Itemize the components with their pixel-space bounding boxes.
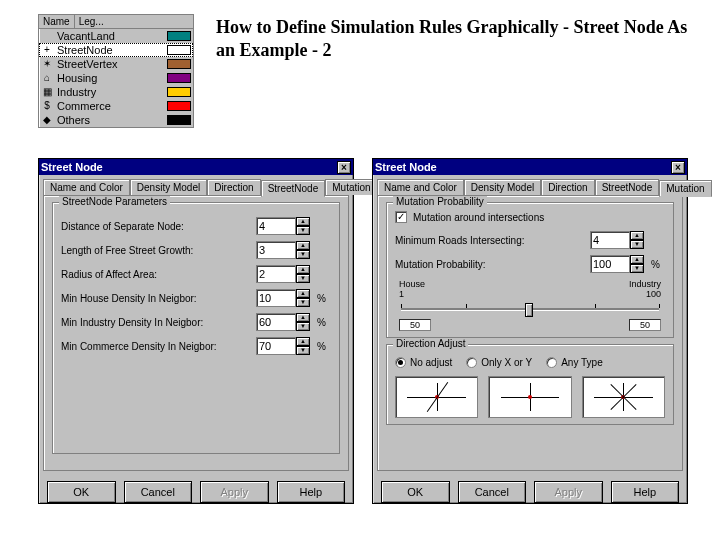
radio-icon[interactable] [395, 357, 406, 368]
mutation-prob-input[interactable] [590, 255, 630, 273]
close-icon[interactable]: × [337, 161, 351, 174]
close-icon[interactable]: × [671, 161, 685, 174]
window-title: Street Node [375, 161, 671, 173]
radio-icon[interactable] [466, 357, 477, 368]
legend-row[interactable]: ▦Industry [39, 85, 193, 99]
ok-button[interactable]: OK [47, 481, 116, 503]
tab-densitymodel[interactable]: Density Model [130, 179, 207, 195]
slider-val-left: 50 [399, 319, 431, 331]
param-input[interactable] [256, 313, 296, 331]
tab-streetnode[interactable]: StreetNode [595, 179, 660, 195]
tab-mutation[interactable]: Mutation [659, 180, 711, 197]
tab-streetnode[interactable]: StreetNode [261, 180, 326, 197]
mutation-intersections-checkbox[interactable]: ✓ [395, 211, 407, 223]
param-label: Distance of Separate Node: [61, 221, 256, 232]
slider-track[interactable] [401, 301, 659, 317]
param-stepper[interactable]: ▲▼ [256, 265, 314, 283]
spin-down-icon[interactable]: ▼ [296, 346, 310, 355]
legend-row[interactable]: ⌂Housing [39, 71, 193, 85]
legend-swatch [167, 87, 191, 97]
param-stepper[interactable]: ▲▼ [256, 241, 314, 259]
legend-row[interactable]: VacantLand [39, 29, 193, 43]
tab-densitymodel[interactable]: Density Model [464, 179, 541, 195]
streetnode-params-group: StreetNode Parameters Distance of Separa… [52, 202, 340, 454]
param-input[interactable] [256, 217, 296, 235]
tab-nameandcolor[interactable]: Name and Color [43, 179, 130, 195]
slider-thumb[interactable] [525, 303, 533, 317]
legend-swatch [167, 101, 191, 111]
tab-direction[interactable]: Direction [541, 179, 594, 195]
legend-swatch [167, 59, 191, 69]
radio-label: No adjust [410, 357, 452, 368]
spin-down-icon[interactable]: ▼ [630, 264, 644, 273]
slider-scale-min: 1 [399, 289, 404, 299]
legend-row[interactable]: $Commerce [39, 99, 193, 113]
mutation-prob-label: Mutation Probability: [395, 259, 590, 270]
param-stepper[interactable]: ▲▼ [256, 313, 314, 331]
param-stepper[interactable]: ▲▼ [256, 337, 314, 355]
param-input[interactable] [256, 289, 296, 307]
cancel-button[interactable]: Cancel [124, 481, 193, 503]
legend-row-icon [41, 30, 53, 42]
legend-row[interactable]: ◆Others [39, 113, 193, 127]
tab-mutation[interactable]: Mutation [325, 179, 377, 195]
tab-nameandcolor[interactable]: Name and Color [377, 179, 464, 195]
param-input[interactable] [256, 265, 296, 283]
param-input[interactable] [256, 241, 296, 259]
radio-label: Only X or Y [481, 357, 532, 368]
spin-down-icon[interactable]: ▼ [630, 240, 644, 249]
ok-button[interactable]: OK [381, 481, 450, 503]
tab-strip: Name and ColorDensity ModelDirectionStre… [39, 175, 353, 195]
min-roads-stepper[interactable]: ▲▼ [590, 231, 648, 249]
radio-icon[interactable] [546, 357, 557, 368]
param-label: Radius of Affect Area: [61, 269, 256, 280]
min-roads-input[interactable] [590, 231, 630, 249]
param-label: Min Industry Density In Neigbor: [61, 317, 256, 328]
apply-button[interactable]: Apply [534, 481, 603, 503]
cancel-button[interactable]: Cancel [458, 481, 527, 503]
mutation-prob-stepper[interactable]: ▲▼ [590, 255, 648, 273]
param-stepper[interactable]: ▲▼ [256, 217, 314, 235]
legend-row-icon: + [41, 44, 53, 56]
radio-anytype[interactable]: Any Type [546, 357, 603, 368]
legend-row-label: Housing [57, 72, 97, 84]
radio-onlyxory[interactable]: Only X or Y [466, 357, 532, 368]
slider-val-right: 50 [629, 319, 661, 331]
tab-panel-mutation: Mutation Probability ✓ Mutation around i… [377, 195, 683, 471]
spin-up-icon[interactable]: ▲ [630, 255, 644, 264]
spin-up-icon[interactable]: ▲ [630, 231, 644, 240]
param-stepper[interactable]: ▲▼ [256, 289, 314, 307]
legend-row[interactable]: +StreetNode [39, 43, 193, 57]
spin-down-icon[interactable]: ▼ [296, 298, 310, 307]
page-title: How to Define Simulation Rules Graphical… [216, 16, 696, 61]
param-suffix: % [317, 317, 331, 328]
titlebar[interactable]: Street Node × [373, 159, 687, 175]
spin-up-icon[interactable]: ▲ [296, 313, 310, 322]
help-button[interactable]: Help [611, 481, 680, 503]
legend-row-icon: ✶ [41, 58, 53, 70]
streetnode-dialog-left: Street Node × Name and ColorDensity Mode… [38, 158, 354, 504]
param-input[interactable] [256, 337, 296, 355]
spin-up-icon[interactable]: ▲ [296, 241, 310, 250]
help-button[interactable]: Help [277, 481, 346, 503]
legend-row-label: Commerce [57, 100, 111, 112]
spin-up-icon[interactable]: ▲ [296, 289, 310, 298]
spin-down-icon[interactable]: ▼ [296, 274, 310, 283]
tab-direction[interactable]: Direction [207, 179, 260, 195]
apply-button[interactable]: Apply [200, 481, 269, 503]
radio-noadjust[interactable]: No adjust [395, 357, 452, 368]
legend-header: Name Leg... [39, 15, 193, 29]
group-label: StreetNode Parameters [59, 196, 170, 207]
param-label: Min House Density In Neigbor: [61, 293, 256, 304]
legend-swatch [167, 45, 191, 55]
param-suffix: % [317, 341, 331, 352]
spin-up-icon[interactable]: ▲ [296, 217, 310, 226]
spin-down-icon[interactable]: ▼ [296, 322, 310, 331]
spin-up-icon[interactable]: ▲ [296, 337, 310, 346]
checkbox-label: Mutation around intersections [413, 212, 544, 223]
spin-down-icon[interactable]: ▼ [296, 226, 310, 235]
spin-up-icon[interactable]: ▲ [296, 265, 310, 274]
legend-row[interactable]: ✶StreetVertex [39, 57, 193, 71]
titlebar[interactable]: Street Node × [39, 159, 353, 175]
spin-down-icon[interactable]: ▼ [296, 250, 310, 259]
